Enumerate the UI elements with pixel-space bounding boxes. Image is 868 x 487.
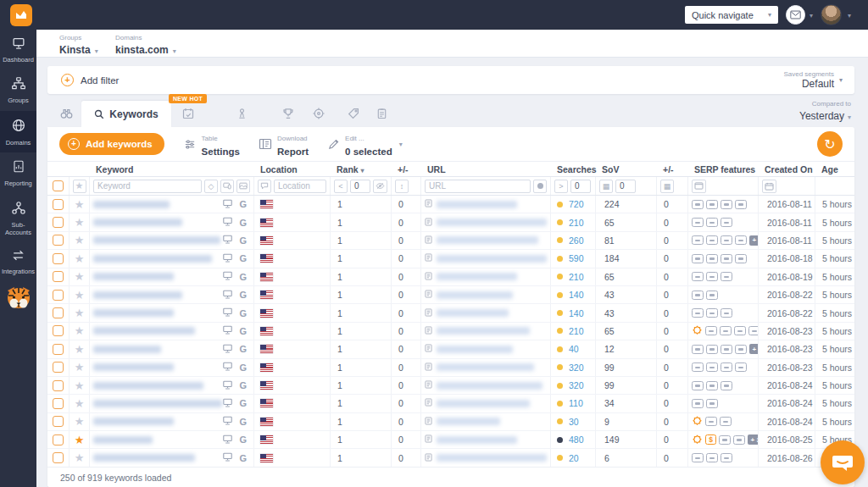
- url-cell[interactable]: [421, 413, 551, 430]
- keyword-filter-input[interactable]: [93, 180, 202, 193]
- searches-value[interactable]: 210: [569, 272, 584, 282]
- greater-than-icon[interactable]: >: [554, 180, 568, 193]
- url-cell[interactable]: [421, 196, 551, 213]
- searches-value[interactable]: 480: [569, 434, 584, 445]
- tab-landing-pages-target-icon[interactable]: [312, 107, 326, 124]
- url-cell[interactable]: [421, 250, 551, 267]
- header-serp-features[interactable]: SERP features: [688, 164, 759, 174]
- compared-to-dropdown[interactable]: Compared to Yesterday▾: [799, 100, 851, 123]
- sidebar-item-domains[interactable]: Domains: [0, 111, 36, 152]
- header-location[interactable]: Location: [254, 164, 331, 174]
- sidebar-item-groups[interactable]: Groups: [0, 69, 36, 110]
- url-cell[interactable]: [421, 304, 551, 321]
- searches-value[interactable]: 320: [569, 380, 584, 390]
- eye-slash-icon[interactable]: [373, 180, 387, 193]
- keyword-cell[interactable]: G: [90, 304, 254, 321]
- url-cell[interactable]: [421, 340, 551, 357]
- row-checkbox[interactable]: [53, 217, 64, 228]
- header-searches[interactable]: Searches: [551, 164, 596, 174]
- searches-value[interactable]: 40: [569, 344, 579, 354]
- keyword-cell[interactable]: G: [90, 323, 254, 340]
- url-cell[interactable]: [421, 395, 551, 412]
- tab-tags-icon[interactable]: [347, 107, 360, 124]
- searches-value[interactable]: 140: [569, 308, 584, 318]
- searches-value[interactable]: 110: [569, 398, 583, 408]
- row-star[interactable]: ★: [75, 416, 85, 427]
- url-cell[interactable]: [421, 232, 551, 249]
- searches-value[interactable]: 210: [569, 218, 584, 228]
- url-cell[interactable]: [421, 431, 551, 448]
- header-age[interactable]: Age: [815, 164, 854, 174]
- dot-filter-button[interactable]: [533, 180, 547, 193]
- row-star[interactable]: ★: [75, 217, 85, 228]
- url-filter-input[interactable]: [425, 180, 531, 193]
- row-checkbox[interactable]: [53, 362, 64, 373]
- keyword-cell[interactable]: G: [90, 431, 254, 448]
- edit-selected-button[interactable]: Edit ... 0 selected ▾: [327, 130, 403, 158]
- overview-binoculars-icon[interactable]: [59, 107, 74, 123]
- searches-value[interactable]: 590: [569, 253, 584, 263]
- chat-widget-button[interactable]: [821, 440, 865, 484]
- tiger-mascot-logo[interactable]: [0, 285, 36, 313]
- download-report-button[interactable]: Download Report: [259, 130, 309, 158]
- device-filter-button[interactable]: [220, 180, 234, 193]
- sidebar-item-sub-accounts[interactable]: Sub-Accounts: [0, 194, 36, 243]
- keyword-cell[interactable]: G: [90, 213, 254, 230]
- keyword-cell[interactable]: G: [90, 359, 254, 376]
- app-logo[interactable]: [10, 4, 32, 26]
- saved-segments-dropdown[interactable]: Saved segments Default ▾: [783, 70, 843, 90]
- row-checkbox[interactable]: [53, 307, 64, 318]
- keyword-cell[interactable]: G: [90, 286, 254, 303]
- sidebar-item-integrations[interactable]: Integrations: [0, 242, 36, 281]
- browser-filter-icon[interactable]: [692, 180, 706, 193]
- rank-filter-input[interactable]: [350, 180, 370, 193]
- groups-selector[interactable]: Groups Kinsta▾: [59, 34, 98, 57]
- add-keywords-button[interactable]: + Add keywords: [59, 133, 164, 155]
- url-cell[interactable]: [421, 377, 551, 394]
- row-checkbox[interactable]: [53, 271, 64, 282]
- mail-button[interactable]: [786, 5, 805, 25]
- header-rank[interactable]: Rank ▾: [331, 164, 392, 174]
- row-star[interactable]: ★: [75, 434, 85, 445]
- searches-value[interactable]: 20: [569, 453, 579, 463]
- row-checkbox[interactable]: [53, 325, 64, 336]
- row-star[interactable]: ★: [75, 235, 85, 246]
- row-star[interactable]: ★: [75, 362, 85, 373]
- row-star[interactable]: ★: [75, 199, 85, 210]
- refresh-button[interactable]: ↻: [817, 131, 843, 157]
- keyword-tag-filter-icon[interactable]: ◇: [204, 180, 218, 193]
- select-all-checkbox[interactable]: [53, 180, 64, 191]
- header-url[interactable]: URL: [421, 164, 551, 174]
- url-cell[interactable]: [421, 286, 551, 303]
- sov-filter-input[interactable]: [615, 180, 636, 193]
- mail-chevron-icon[interactable]: ▾: [810, 12, 813, 19]
- grid-icon[interactable]: ▦: [660, 180, 674, 193]
- tab-keywords[interactable]: Keywords: [81, 101, 171, 127]
- keyword-cell[interactable]: G: [90, 268, 254, 285]
- row-star[interactable]: ★: [75, 307, 85, 318]
- searches-value[interactable]: 320: [569, 362, 584, 373]
- row-star[interactable]: ★: [75, 344, 85, 355]
- row-star[interactable]: ★: [75, 398, 85, 409]
- quick-navigate-dropdown[interactable]: Quick navigate ▾: [685, 6, 778, 24]
- row-checkbox[interactable]: [53, 253, 64, 264]
- table-settings-button[interactable]: Table Settings: [183, 130, 240, 158]
- row-star[interactable]: ★: [75, 325, 85, 336]
- row-star[interactable]: ★: [75, 271, 85, 282]
- row-checkbox[interactable]: [53, 416, 64, 427]
- tab-competitors-pawn-icon[interactable]: [236, 107, 248, 124]
- row-star[interactable]: ★: [75, 253, 85, 264]
- keyword-cell[interactable]: G: [90, 250, 254, 267]
- updown-arrows-icon[interactable]: ↕: [395, 180, 409, 193]
- searches-value[interactable]: 720: [569, 199, 584, 209]
- searches-filter-input[interactable]: [570, 180, 591, 193]
- row-checkbox[interactable]: [53, 398, 64, 409]
- location-bubble-icon[interactable]: [258, 180, 271, 193]
- less-than-icon[interactable]: <: [334, 180, 348, 193]
- keyword-cell[interactable]: G: [90, 377, 254, 394]
- header-sov[interactable]: SoV: [596, 164, 657, 174]
- tab-rankings-trophy-icon[interactable]: [281, 107, 295, 124]
- star-filter-button[interactable]: ★: [73, 180, 86, 193]
- user-avatar[interactable]: [821, 4, 842, 25]
- tab-reports-clipboard-icon[interactable]: [376, 107, 388, 124]
